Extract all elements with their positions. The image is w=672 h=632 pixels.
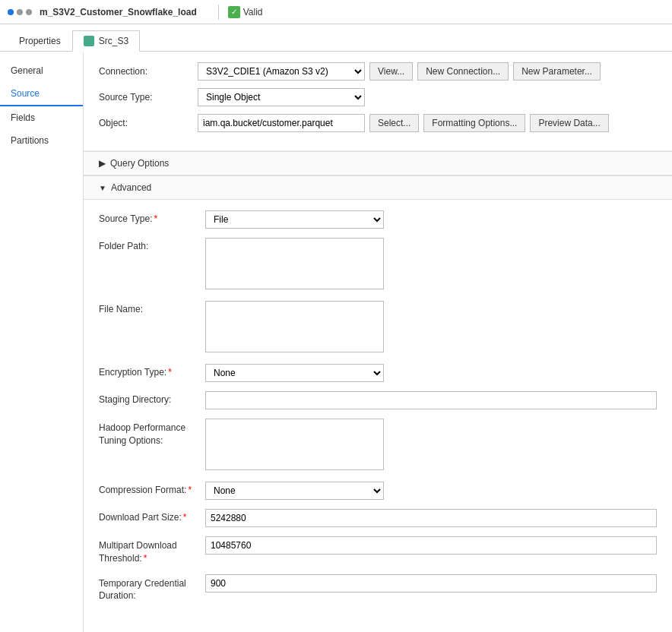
staging-dir-control: [205, 391, 657, 409]
compression-format-label: Compression Format:: [99, 482, 205, 495]
sidebar-item-source[interactable]: Source: [0, 82, 83, 106]
dot-gray-2: [26, 9, 32, 15]
source-type-row: Source Type: Single Object: [99, 88, 657, 106]
encryption-type-label: Encryption Type:: [99, 364, 205, 378]
compression-format-select[interactable]: None: [205, 482, 384, 500]
select-button[interactable]: Select...: [369, 114, 419, 132]
adv-source-type-row: Source Type: File: [99, 210, 657, 229]
hadoop-control: [205, 419, 657, 472]
main-layout: General Source Fields Partitions Connect…: [0, 52, 672, 632]
file-name-row: File Name:: [99, 301, 657, 355]
staging-dir-row: Staging Directory:: [99, 391, 657, 409]
sidebar: General Source Fields Partitions: [0, 52, 84, 632]
download-part-size-control: [205, 509, 657, 527]
temp-credential-row: Temporary CredentialDuration:: [99, 574, 657, 603]
adv-source-type-label: Source Type:: [99, 210, 205, 224]
query-options-header[interactable]: ▶ Query Options: [84, 151, 672, 175]
valid-label: Valid: [243, 7, 263, 17]
temp-credential-label: Temporary CredentialDuration:: [99, 574, 205, 603]
adv-source-type-control: File: [205, 210, 657, 229]
connection-label: Connection:: [99, 66, 198, 77]
compression-format-row: Compression Format: None: [99, 482, 657, 500]
connection-row: Connection: S3V2_CDIE1 (Amazon S3 v2) Vi…: [99, 62, 657, 81]
preview-data-button[interactable]: Preview Data...: [530, 114, 608, 132]
encryption-type-control: None: [205, 364, 657, 382]
download-part-size-input[interactable]: [205, 509, 657, 527]
source-type-select[interactable]: Single Object: [198, 88, 365, 106]
dot-blue: [8, 9, 14, 15]
folder-path-row: Folder Path:: [99, 238, 657, 292]
advanced-arrow: ▼: [99, 184, 106, 192]
tab-src-s3[interactable]: Src_S3: [72, 30, 140, 52]
query-options-label: Query Options: [110, 158, 169, 169]
new-connection-button[interactable]: New Connection...: [417, 62, 509, 81]
file-name-textarea[interactable]: [205, 301, 384, 352]
multipart-threshold-control: [205, 536, 657, 555]
tab-bar: Properties Src_S3: [0, 24, 672, 52]
connection-controls: S3V2_CDIE1 (Amazon S3 v2) View... New Co…: [198, 62, 657, 81]
content-area: Connection: S3V2_CDIE1 (Amazon S3 v2) Vi…: [84, 52, 672, 632]
encryption-type-row: Encryption Type: None: [99, 364, 657, 382]
advanced-label: Advanced: [111, 182, 151, 193]
valid-icon: ✓: [228, 6, 240, 18]
formatting-options-button[interactable]: Formatting Options...: [423, 114, 525, 132]
encryption-type-select[interactable]: None: [205, 364, 384, 382]
connection-select[interactable]: S3V2_CDIE1 (Amazon S3 v2): [198, 62, 365, 81]
window-title: m_S3V2_Customer_Snowflake_load: [40, 7, 197, 17]
compression-format-control: None: [205, 482, 657, 500]
hadoop-label: Hadoop PerformanceTuning Options:: [99, 419, 205, 447]
adv-source-type-select[interactable]: File: [205, 210, 384, 229]
sidebar-item-general[interactable]: General: [0, 59, 83, 82]
download-part-size-label: Download Part Size:: [99, 509, 205, 523]
multipart-threshold-input[interactable]: [205, 536, 657, 555]
object-label: Object:: [99, 118, 198, 128]
valid-badge: ✓ Valid: [228, 6, 263, 18]
advanced-header[interactable]: ▼ Advanced: [84, 175, 672, 200]
view-button[interactable]: View...: [369, 62, 413, 81]
tab-src-s3-icon: [84, 36, 94, 46]
advanced-section: Source Type: File Folder Path: File Name…: [84, 200, 672, 622]
query-options-arrow: ▶: [99, 158, 106, 169]
download-part-size-row: Download Part Size:: [99, 509, 657, 527]
temp-credential-control: [205, 574, 657, 592]
tab-properties[interactable]: Properties: [8, 30, 72, 51]
hadoop-textarea[interactable]: [205, 419, 384, 470]
source-type-controls: Single Object: [198, 88, 657, 106]
title-bar-icons: [8, 9, 32, 15]
object-row: Object: Select... Formatting Options... …: [99, 114, 657, 132]
sidebar-item-partitions[interactable]: Partitions: [0, 129, 83, 152]
title-separator: [218, 5, 219, 20]
folder-path-textarea[interactable]: [205, 238, 384, 289]
source-type-label: Source Type:: [99, 92, 198, 103]
object-controls: Select... Formatting Options... Preview …: [198, 114, 657, 132]
tab-src-s3-label: Src_S3: [99, 36, 128, 46]
multipart-threshold-row: Multipart DownloadThreshold:: [99, 536, 657, 565]
hadoop-row: Hadoop PerformanceTuning Options:: [99, 419, 657, 472]
new-parameter-button[interactable]: New Parameter...: [513, 62, 601, 81]
staging-dir-label: Staging Directory:: [99, 391, 205, 405]
folder-path-label: Folder Path:: [99, 238, 205, 251]
object-input[interactable]: [198, 114, 365, 132]
multipart-threshold-label: Multipart DownloadThreshold:: [99, 536, 205, 565]
tab-properties-label: Properties: [19, 36, 61, 46]
dot-gray-1: [17, 9, 23, 15]
file-name-control: [205, 301, 657, 355]
file-name-label: File Name:: [99, 301, 205, 314]
temp-credential-input[interactable]: [205, 574, 657, 592]
staging-dir-input[interactable]: [205, 391, 657, 409]
title-bar: m_S3V2_Customer_Snowflake_load ✓ Valid: [0, 0, 672, 24]
sidebar-item-fields[interactable]: Fields: [0, 106, 83, 129]
top-form-section: Connection: S3V2_CDIE1 (Amazon S3 v2) Vi…: [84, 52, 672, 151]
folder-path-control: [205, 238, 657, 292]
